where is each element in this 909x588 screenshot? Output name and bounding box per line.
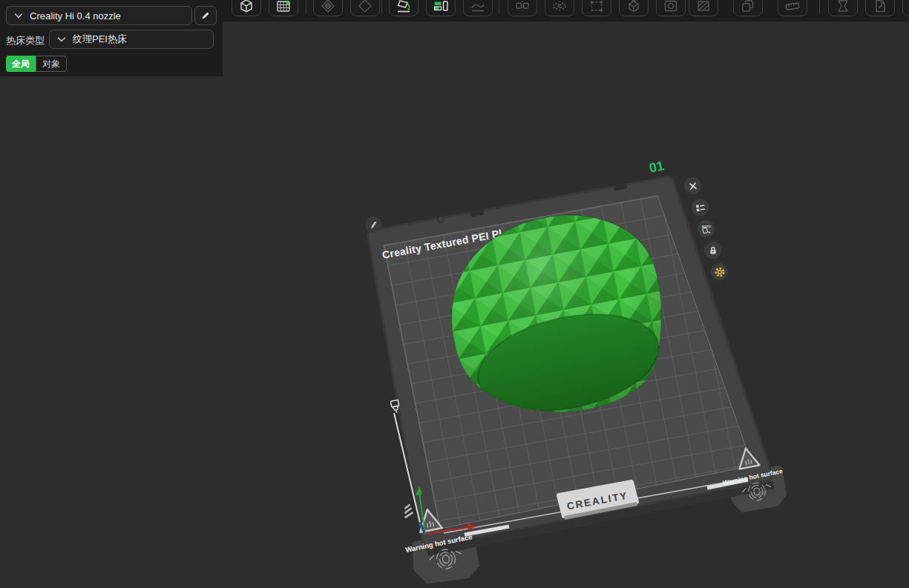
plate-settings-button[interactable]: [711, 263, 728, 280]
close-plate-button[interactable]: [684, 177, 701, 194]
toolbar-button-clone[interactable]: [508, 0, 537, 16]
toolbar-button-measure[interactable]: [778, 0, 807, 16]
tab-global[interactable]: 全局: [6, 56, 36, 72]
bed-type-dropdown[interactable]: 纹理PEI热床: [49, 30, 214, 49]
toolbar-button-support[interactable]: [828, 0, 858, 16]
import-model-icon: [238, 0, 255, 14]
toolbar-button-add-plate[interactable]: [269, 0, 298, 16]
toolbar-button-gears[interactable]: [545, 0, 574, 16]
printer-dropdown[interactable]: Creality Hi 0.4 nozzle: [6, 6, 192, 25]
clone-icon: [514, 0, 531, 14]
printer-settings-panel: Creality Hi 0.4 nozzle 热床类型 纹理PEI热床 全局 对…: [0, 0, 223, 76]
printer-dropdown-value: Creality Hi 0.4 nozzle: [30, 10, 121, 22]
chevron-down-icon: [57, 36, 66, 42]
flatten-curve-icon: [470, 0, 486, 14]
export-doc-icon: [872, 0, 888, 14]
hourglass-icon: [835, 0, 851, 14]
toolbar-button-cross-section[interactable]: [689, 0, 718, 16]
gears-icon: [551, 0, 568, 14]
measure-icon: [784, 0, 801, 14]
edit-printer-button[interactable]: [194, 6, 217, 25]
merge-cube-icon: [626, 0, 642, 14]
lock-plate-button[interactable]: [704, 242, 721, 259]
bed-type-label: 热床类型: [6, 34, 45, 47]
snapshot-icon: [663, 0, 679, 14]
cross-section-icon: [695, 0, 712, 14]
toolbar-button-mesh[interactable]: [313, 0, 343, 16]
path-nodes-icon: [588, 0, 605, 14]
toolbar-button-split-objects[interactable]: [426, 0, 456, 16]
corner-chevrons: [403, 504, 414, 518]
viewport-3d[interactable]: CREALITY Warning hot surface Warning hot…: [0, 0, 909, 588]
object-list-button[interactable]: [692, 199, 709, 216]
toolbar-button-export[interactable]: [865, 0, 895, 16]
plate-edit-button[interactable]: [365, 217, 381, 233]
object-list-icon: [695, 202, 706, 213]
auto-arrange-button[interactable]: AUTO: [698, 220, 715, 237]
tab-object[interactable]: 对象: [36, 56, 67, 72]
gear-icon: [714, 266, 726, 278]
svg-text:AUTO: AUTO: [701, 224, 711, 228]
toolbar-button-copy[interactable]: [733, 0, 763, 16]
toolbar-button-snapshot[interactable]: [656, 0, 686, 16]
toolbar-button-lay-on-face[interactable]: [389, 0, 419, 16]
diamond-outline-icon: [357, 0, 373, 14]
pencil-icon: [200, 10, 211, 21]
chevron-down-icon: [14, 13, 23, 19]
toolbar-button-list[interactable]: [902, 0, 909, 16]
split-objects-icon: [433, 0, 449, 14]
mesh-diamond-icon: [320, 0, 336, 14]
lay-on-face-icon: [396, 0, 412, 14]
bed-type-dropdown-value: 纹理PEI热床: [73, 33, 127, 46]
scope-tabs: 全局 对象: [6, 56, 67, 72]
lock-icon: [708, 245, 718, 256]
copy-icon: [740, 0, 756, 14]
toolbar-button-flatten[interactable]: [463, 0, 493, 16]
plate-number: 01: [648, 158, 666, 176]
auto-arrange-icon: AUTO: [700, 223, 712, 235]
toolbar-button-merge[interactable]: [619, 0, 649, 16]
toolbar-button-path-nodes[interactable]: [582, 0, 611, 16]
close-icon: [688, 181, 698, 191]
add-plate-icon: [275, 0, 292, 14]
toolbar-button-import-model[interactable]: [232, 0, 261, 16]
toolbar-button-diamond[interactable]: [350, 0, 380, 16]
